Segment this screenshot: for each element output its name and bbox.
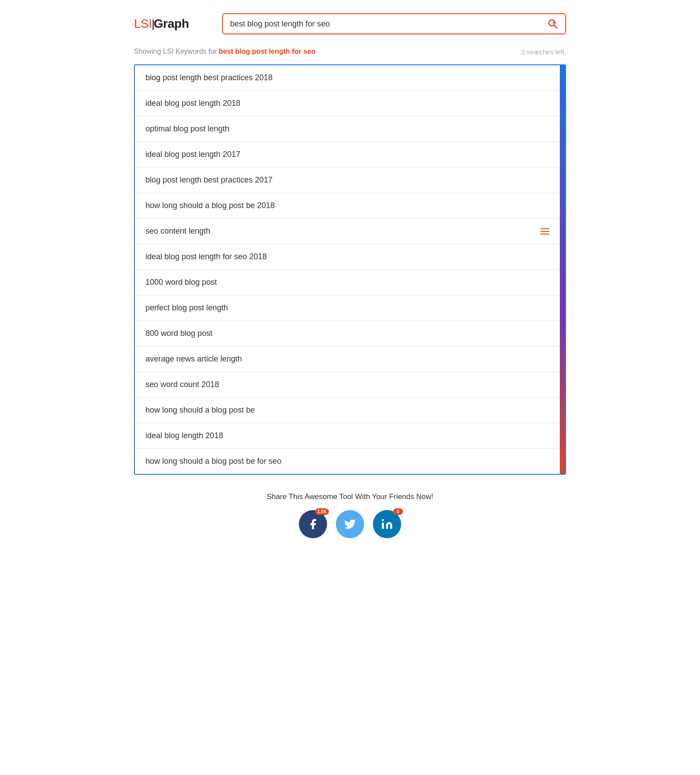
keyword-item[interactable]: average news article length [135,347,560,372]
keyword-item[interactable]: how long should a blog post be 2018 [135,193,560,219]
svg-line-1 [554,25,557,28]
keyword-text: ideal blog post length 2017 [145,150,549,159]
subtitle-keyword: best blog post length for seo [219,48,316,55]
keyword-item[interactable]: 1000 word blog post [135,270,560,295]
logo-graph: Graph [154,17,189,30]
search-arrow-icon [547,19,558,29]
keyword-item[interactable]: ideal blog post length for seo 2018 [135,244,560,270]
subtitle-bar: Showing LSI Keywords for best blog post … [134,48,566,56]
subtitle-prefix: Showing LSI Keywords for [134,48,217,55]
keyword-text: seo content length [145,227,540,236]
search-box [222,13,566,34]
keyword-item[interactable]: ideal blog length 2018 [135,423,560,449]
facebook-count-badge: 1.6K [315,508,329,515]
keyword-text: 1000 word blog post [145,278,549,287]
keyword-text: ideal blog post length 2018 [145,99,549,108]
social-buttons: 1.6K 0 [134,510,566,538]
keyword-item[interactable]: seo word count 2018 [135,372,560,398]
logo-lsi: LSI [134,17,152,30]
keyword-item[interactable]: optimal blog post length [135,116,560,142]
facebook-share-button[interactable]: 1.6K [299,510,327,538]
keyword-text: perfect blog post length [145,303,549,313]
search-button[interactable] [547,19,558,29]
scroll-indicator[interactable] [560,65,565,474]
keyword-text: average news article length [145,354,549,364]
keyword-item[interactable]: how long should a blog post be [135,398,560,423]
share-section: Share This Awesome Tool With Your Friend… [134,492,566,538]
menu-icon[interactable] [540,228,549,235]
keyword-item[interactable]: blog post length best practices 2018 [135,65,560,91]
linkedin-count-badge: 0 [393,508,403,515]
keyword-text: optimal blog post length [145,124,549,134]
keyword-item[interactable]: blog post length best practices 2017 [135,168,560,193]
keyword-text: how long should a blog post be [145,406,549,415]
facebook-icon [307,518,319,530]
svg-point-3 [382,519,384,521]
keyword-text: 800 word blog post [145,329,549,338]
subtitle-text: Showing LSI Keywords for best blog post … [134,48,316,56]
share-title: Share This Awesome Tool With Your Friend… [134,492,566,501]
search-wrapper [222,13,566,34]
svg-rect-2 [382,523,384,529]
keyword-text: how long should a blog post be for seo [145,457,549,466]
linkedin-share-button[interactable]: 0 [373,510,401,538]
keyword-item[interactable]: seo content length [135,219,560,244]
keyword-text: how long should a blog post be 2018 [145,201,549,210]
logo: LSIGraph [134,17,189,31]
keyword-item[interactable]: perfect blog post length [135,295,560,321]
keyword-text: ideal blog length 2018 [145,431,549,440]
searches-left: 2 searches left. [521,48,566,56]
linkedin-icon [381,518,393,530]
keyword-text: ideal blog post length for seo 2018 [145,252,549,261]
keyword-text: blog post length best practices 2018 [145,73,549,82]
results-container: blog post length best practices 2018idea… [134,64,566,475]
keyword-item[interactable]: ideal blog post length 2018 [135,91,560,116]
keyword-item[interactable]: how long should a blog post be for seo [135,449,560,474]
keyword-item[interactable]: ideal blog post length 2017 [135,142,560,168]
keyword-text: blog post length best practices 2017 [145,175,549,185]
header: LSIGraph [134,13,566,34]
keyword-list: blog post length best practices 2018idea… [135,65,565,474]
keyword-item[interactable]: 800 word blog post [135,321,560,347]
keyword-text: seo word count 2018 [145,380,549,389]
twitter-icon [344,518,356,530]
search-input[interactable] [230,19,547,29]
twitter-share-button[interactable] [336,510,364,538]
